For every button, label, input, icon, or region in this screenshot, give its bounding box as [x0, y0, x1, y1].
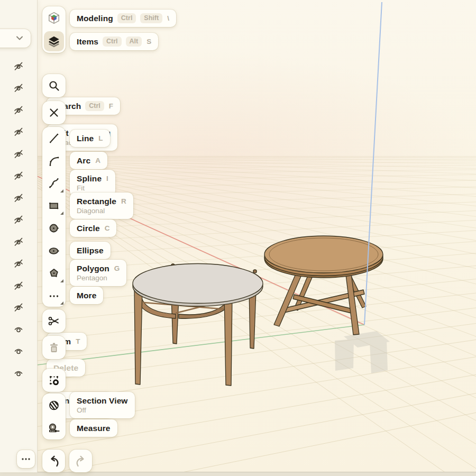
rectangle-subtitle: Diagonal	[77, 207, 126, 215]
app-window: Modeling Ctrl Shift \ Items Ctrl	[0, 0, 476, 476]
delete-button[interactable]	[42, 336, 66, 359]
rectangle-icon	[48, 199, 60, 212]
circle-icon	[48, 222, 60, 234]
exit-sketching-button[interactable]	[42, 101, 66, 124]
submenu-indicator	[60, 212, 63, 215]
view-tools-group: Section View Off Measure	[42, 393, 135, 440]
trash-icon	[48, 341, 60, 354]
visibility-off-icon[interactable]	[0, 231, 37, 253]
table-shadow	[335, 331, 390, 373]
measure-button[interactable]	[42, 417, 66, 440]
section-view-label: Section View	[77, 396, 128, 406]
sketch-tools-group: Line L Arc A	[42, 127, 133, 307]
measure-label: Measure	[77, 423, 111, 433]
visibility-off-icon[interactable]	[0, 253, 37, 275]
rectangle-label: Rectangle	[77, 196, 116, 206]
visibility-on-icon[interactable]	[0, 341, 37, 363]
submenu-indicator	[60, 279, 63, 282]
cube-icon	[47, 11, 61, 25]
mode-switcher-group: Modeling Ctrl Shift \ Items Ctrl	[42, 6, 176, 53]
search-icon	[48, 79, 60, 92]
modeling-tooltip: Modeling Ctrl Shift \	[70, 10, 176, 27]
spline-label: Spline	[77, 173, 102, 184]
section-view-state: Off	[77, 406, 128, 415]
circle-tool-button[interactable]	[42, 217, 66, 240]
visibility-off-icon[interactable]	[0, 165, 37, 187]
visibility-off-icon[interactable]	[0, 121, 37, 143]
arc-icon	[48, 154, 60, 167]
submenu-indicator	[60, 301, 63, 305]
arc-tool-button[interactable]	[42, 150, 66, 172]
visibility-off-icon[interactable]	[0, 187, 37, 209]
visibility-on-icon[interactable]	[0, 318, 37, 341]
kbd-ctrl: Ctrl	[103, 36, 122, 47]
redo-button[interactable]	[69, 450, 92, 472]
items-label: Items	[77, 36, 98, 47]
measure-tape-icon	[47, 422, 61, 434]
kbd-i: I	[106, 175, 108, 182]
chevron-down-icon	[16, 36, 23, 41]
kbd-c: C	[105, 224, 110, 232]
undo-button[interactable]	[42, 450, 65, 472]
kbd-alt: Alt	[126, 36, 142, 47]
line-icon	[48, 132, 60, 144]
arc-label: Arc	[77, 155, 90, 166]
polygon-label: Polygon	[77, 263, 109, 273]
undo-icon	[47, 454, 61, 469]
spline-subtitle: Fit	[77, 184, 108, 193]
polygon-tool-button[interactable]	[42, 262, 66, 285]
items-panel-header[interactable]	[0, 29, 31, 48]
visibility-off-icon[interactable]	[0, 209, 37, 231]
ellipsis-icon	[48, 289, 60, 302]
items-tooltip: Items Ctrl Alt S	[70, 33, 158, 50]
kbd-backslash: \	[167, 14, 169, 22]
ellipse-icon	[48, 244, 60, 257]
visibility-off-icon[interactable]	[0, 143, 37, 165]
kbd-g: G	[114, 264, 120, 272]
polygon-icon	[48, 267, 60, 279]
trim-button[interactable]	[42, 309, 66, 333]
modeling-mode-button[interactable]	[42, 6, 66, 30]
visibility-off-icon[interactable]	[0, 77, 37, 99]
window-bottom-edge	[0, 472, 476, 476]
kbd-s: S	[147, 38, 151, 45]
line-label: Line	[77, 133, 94, 143]
line-tool-button[interactable]	[42, 127, 66, 150]
visibility-on-icon[interactable]	[0, 362, 37, 385]
visibility-off-icon[interactable]	[0, 274, 37, 297]
modeling-label: Modeling	[77, 13, 113, 23]
more-label: More	[77, 290, 96, 300]
scissors-icon	[47, 315, 61, 327]
ellipse-label: Ellipse	[77, 245, 104, 255]
construction-button[interactable]	[42, 369, 66, 392]
section-view-icon	[48, 399, 60, 411]
kbd-a: A	[95, 157, 100, 164]
more-tools-button[interactable]	[42, 285, 66, 307]
kbd-l: L	[98, 134, 103, 142]
section-view-button[interactable]	[42, 393, 66, 417]
close-icon	[48, 107, 60, 118]
visibility-off-icon[interactable]	[0, 55, 37, 77]
rectangle-tool-button[interactable]	[42, 195, 66, 217]
visibility-off-icon[interactable]	[0, 99, 37, 121]
panel-more-button[interactable]	[17, 450, 35, 468]
circle-label: Circle	[77, 223, 100, 233]
spline-tool-button[interactable]	[42, 172, 66, 195]
polygon-subtitle: Pentagon	[77, 274, 120, 282]
table-light-top-object[interactable]	[133, 264, 263, 386]
items-mode-button[interactable]	[42, 30, 66, 53]
kbd-shift: Shift	[140, 13, 162, 23]
submenu-indicator	[60, 189, 63, 193]
layer-visibility-list	[0, 55, 37, 385]
kbd-ctrl: Ctrl	[117, 13, 136, 23]
ellipse-tool-button[interactable]	[42, 240, 66, 262]
spline-icon	[48, 177, 60, 189]
z-axis-line	[364, 2, 382, 325]
kbd-r: R	[121, 197, 126, 205]
items-panel	[0, 0, 38, 472]
ellipsis-icon	[21, 457, 31, 461]
layers-icon	[47, 34, 61, 48]
visibility-off-icon[interactable]	[0, 297, 37, 319]
search-button[interactable]	[42, 74, 66, 97]
redo-icon	[74, 454, 88, 469]
